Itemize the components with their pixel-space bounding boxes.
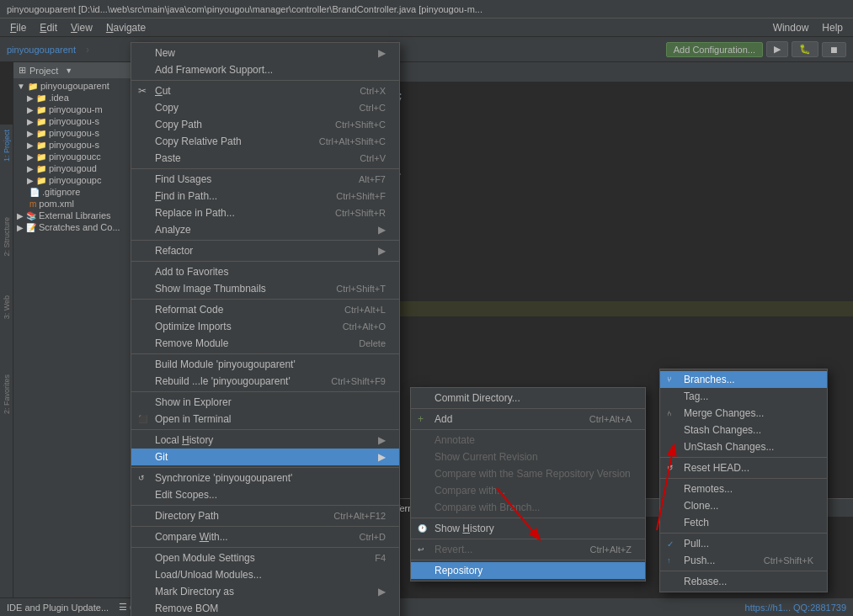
menu-remove-module[interactable]: Remove Module Delete	[131, 335, 399, 352]
folder-icon-3: 📁	[36, 105, 46, 114]
menu-cut[interactable]: ✂ Cut Ctrl+X	[131, 82, 399, 99]
tree-item-pinyougouparent[interactable]: ▼ 📁 pinyougouparent	[13, 80, 147, 92]
menu-copy-path[interactable]: Copy Path Ctrl+Shift+C	[131, 116, 399, 133]
menu-refactor[interactable]: Refactor ▶	[131, 242, 399, 259]
web-icon[interactable]: 3: Web	[1, 294, 13, 321]
stop-button[interactable]: ⏹	[822, 42, 846, 57]
menu-dir-path[interactable]: Directory Path Ctrl+Alt+F12	[131, 507, 399, 524]
menu-edit-scopes[interactable]: Edit Scopes...	[131, 486, 399, 503]
tree-item-gitignore[interactable]: 📄 .gitignore	[13, 186, 147, 198]
submenu-arrow: ▶	[378, 47, 386, 59]
separator4	[131, 261, 399, 262]
menu-analyze[interactable]: Analyze ▶	[131, 221, 399, 238]
tree-item-s2[interactable]: ▶ 📁 pinyougou-s	[13, 127, 147, 139]
menu-window[interactable]: Window	[766, 20, 816, 35]
repo-rebase[interactable]: Rebase...	[660, 573, 827, 590]
tree-item-cc[interactable]: ▶ 📁 pinyougoucc	[13, 151, 147, 162]
tree-item-idea[interactable]: ▶ 📁 .idea	[13, 92, 147, 104]
menu-copy-rel-label: Copy Relative Path	[155, 135, 242, 147]
menu-compare[interactable]: Compare With... Ctrl+D	[131, 528, 399, 545]
git-repository[interactable]: Repository	[411, 562, 645, 579]
tree-item-scratches[interactable]: ▶ 📝 Scratches and Co...	[13, 221, 147, 233]
menu-find-in-path[interactable]: Find in Path... Ctrl+Shift+F	[131, 188, 399, 204]
repo-sep3	[660, 533, 827, 534]
tree-item-m[interactable]: ▶ 📁 pinyougou-m	[13, 104, 147, 115]
menu-show-explorer[interactable]: Show in Explorer	[131, 394, 399, 411]
structure-icon[interactable]: 2: Structure	[1, 215, 13, 258]
tree-expand-icon-7: ▶	[27, 152, 34, 162]
menu-load-unload[interactable]: Load/Unload Modules...	[131, 566, 399, 583]
menu-local-history[interactable]: Local History ▶	[131, 432, 399, 449]
status-todo-icon: ☰	[119, 602, 127, 613]
status-ide-update[interactable]: IDE and Plugin Update...	[7, 603, 109, 613]
menu-framework[interactable]: Add Framework Support...	[131, 61, 399, 78]
repo-branches[interactable]: ⑂ Branches...	[660, 371, 827, 388]
menu-dir-label: Directory Path	[155, 510, 219, 522]
menu-cut-label: Cut	[155, 85, 171, 97]
debug-button[interactable]: 🐛	[792, 41, 818, 57]
add-configuration-button[interactable]: Add Configuration...	[666, 42, 763, 57]
menu-build-module[interactable]: Build Module 'pinyougouparent'	[131, 356, 399, 373]
sidebar-dropdown[interactable]: ▼	[65, 66, 72, 75]
repo-merge[interactable]: ⑃ Merge Changes...	[660, 405, 827, 422]
repo-clone[interactable]: Clone...	[660, 497, 827, 514]
repo-pull[interactable]: ✓ Pull...	[660, 535, 827, 552]
repo-submenu: ⑂ Branches... Tag... ⑃ Merge Changes... …	[659, 369, 828, 592]
menu-reformat[interactable]: Reformat Code Ctrl+Alt+L	[131, 301, 399, 318]
remove-shortcut: Delete	[359, 338, 386, 348]
menu-navigate[interactable]: Navigate	[99, 20, 152, 35]
tree-item-s1[interactable]: ▶ 📁 pinyougou-s	[13, 115, 147, 127]
repo-push[interactable]: ↑ Push... Ctrl+Shift+K	[660, 552, 827, 569]
tree-item-po[interactable]: ▶ 📁 pinyougoupc	[13, 174, 147, 186]
reset-icon: ↺	[667, 464, 674, 472]
tree-item-da[interactable]: ▶ 📁 pinyougoud	[13, 162, 147, 174]
repo-remotes[interactable]: Remotes...	[660, 481, 827, 497]
menu-copy[interactable]: Copy Ctrl+C	[131, 99, 399, 116]
repo-unstash[interactable]: UnStash Changes...	[660, 438, 827, 455]
menu-synchronize[interactable]: ↺ Synchronize 'pinyougouparent'	[131, 470, 399, 486]
menu-module-settings[interactable]: Open Module Settings F4	[131, 550, 399, 566]
git-compare-branch: Compare with Branch...	[411, 499, 645, 516]
tree-label-pom: pom.xml	[39, 199, 74, 209]
tree-label-da: pinyougoud	[49, 163, 97, 173]
git-add[interactable]: + Add Ctrl+Alt+A	[411, 411, 645, 427]
run-button[interactable]: ▶	[766, 41, 788, 57]
menu-open-terminal[interactable]: ⬛ Open in Terminal	[131, 411, 399, 427]
git-show-history[interactable]: 🕐 Show History	[411, 520, 645, 537]
tree-label-s1: pinyougou-s	[49, 116, 99, 126]
repo-reset-label: Reset HEAD...	[684, 462, 749, 474]
menu-add-favorites[interactable]: Add to Favorites	[131, 263, 399, 280]
menu-replace-in-path[interactable]: Replace in Path... Ctrl+Shift+R	[131, 204, 399, 221]
sync-icon: ↺	[138, 474, 145, 482]
menu-thumbnails[interactable]: Show Image Thumbnails Ctrl+Shift+T	[131, 280, 399, 297]
menu-paste[interactable]: Paste Ctrl+V	[131, 150, 399, 167]
favorites-icon[interactable]: 2: Favorites	[1, 373, 13, 416]
menu-optimize-imports[interactable]: Optimize Imports Ctrl+Alt+O	[131, 318, 399, 335]
copy-rel-shortcut: Ctrl+Alt+Shift+C	[319, 136, 386, 146]
git-branch-label: Compare with Branch...	[434, 502, 540, 513]
menu-git[interactable]: Git ▶	[131, 449, 399, 465]
tree-item-pom[interactable]: m pom.xml	[13, 198, 147, 210]
menu-file[interactable]: File	[3, 20, 33, 35]
menu-copy-rel-path[interactable]: Copy Relative Path Ctrl+Alt+Shift+C	[131, 133, 399, 150]
menu-find-usages[interactable]: Find Usages Alt+F7	[131, 171, 399, 188]
tree-item-extlibs[interactable]: ▶ 📚 External Libraries	[13, 210, 147, 221]
menu-help[interactable]: Help	[815, 20, 850, 35]
menu-view[interactable]: View	[64, 20, 99, 35]
menu-remove-bom[interactable]: Remove BOM	[131, 600, 399, 616]
menu-new[interactable]: New ▶	[131, 45, 399, 61]
menu-edit[interactable]: Edit	[33, 20, 64, 35]
repo-stash[interactable]: Stash Changes...	[660, 422, 827, 438]
project-icon[interactable]: 1: Project	[1, 128, 13, 163]
tree-item-s3[interactable]: ▶ 📁 pinyougou-s	[13, 139, 147, 151]
menu-rebuild[interactable]: Rebuild ...le 'pinyougouparent' Ctrl+Shi…	[131, 373, 399, 390]
repo-reset-head[interactable]: ↺ Reset HEAD...	[660, 459, 827, 476]
menu-framework-label: Add Framework Support...	[155, 64, 273, 76]
menu-scopes-label: Edit Scopes...	[155, 489, 217, 501]
repo-tag[interactable]: Tag...	[660, 388, 827, 405]
breadcrumb[interactable]: pinyougouparent	[7, 45, 76, 55]
git-sep5	[411, 560, 645, 560]
git-commit-dir[interactable]: Commit Directory...	[411, 390, 645, 406]
repo-fetch[interactable]: Fetch	[660, 514, 827, 531]
menu-mark-dir[interactable]: Mark Directory as ▶	[131, 583, 399, 600]
